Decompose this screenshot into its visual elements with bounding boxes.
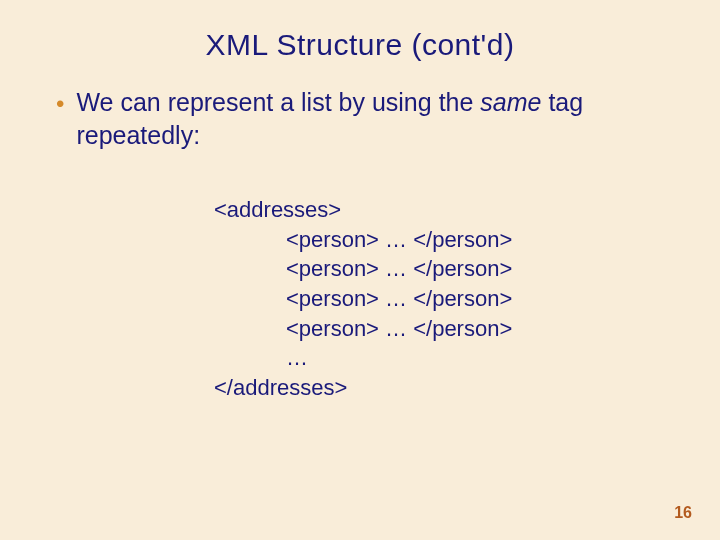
code-line: <person> … </person> xyxy=(214,284,720,314)
body: • We can represent a list by using the s… xyxy=(0,62,720,151)
bullet-icon: • xyxy=(56,88,64,119)
code-line: <person> … </person> xyxy=(214,314,720,344)
bullet-item: • We can represent a list by using the s… xyxy=(56,86,664,151)
code-block: <addresses> <person> … </person> <person… xyxy=(0,151,720,403)
page-number: 16 xyxy=(674,504,692,522)
code-close-tag: </addresses> xyxy=(214,373,720,403)
code-line: <person> … </person> xyxy=(214,254,720,284)
bullet-text: We can represent a list by using the sam… xyxy=(76,86,664,151)
code-ellipsis: … xyxy=(214,343,720,373)
slide-title: XML Structure (cont'd) xyxy=(0,0,720,62)
bullet-pre: We can represent a list by using the xyxy=(76,88,480,116)
code-line: <person> … </person> xyxy=(214,225,720,255)
code-open-tag: <addresses> xyxy=(214,195,720,225)
bullet-emph: same xyxy=(480,88,541,116)
